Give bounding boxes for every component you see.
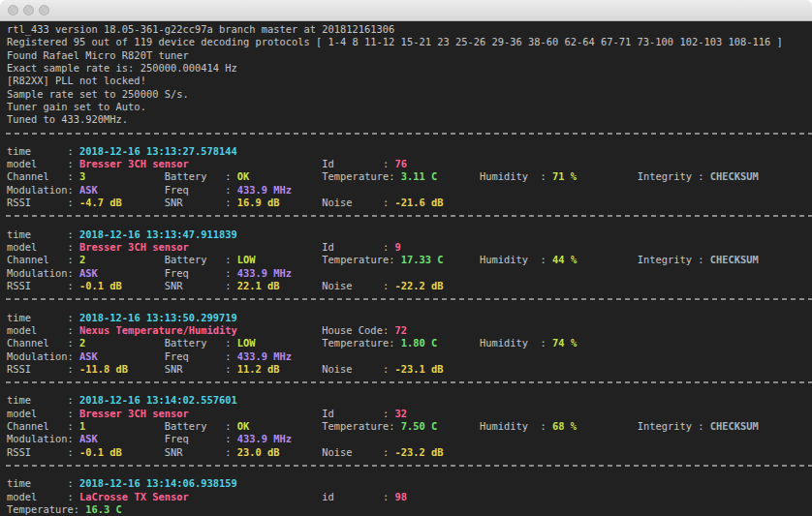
field-label: Channel : xyxy=(7,337,79,349)
zoom-button[interactable] xyxy=(39,5,49,15)
field-value: ASK xyxy=(79,433,98,444)
sensor-record-line: model : Bresser 3CH sensor Id : 9 xyxy=(7,241,812,254)
field-value: LOW xyxy=(237,337,256,349)
field-label: Integrity : xyxy=(638,254,710,265)
field-label: model : xyxy=(7,241,79,253)
field-value: -4.7 dB xyxy=(79,197,122,208)
field-label: model : xyxy=(7,324,79,336)
field-label: Freq : xyxy=(165,267,237,279)
field-value: 433.9 MHz xyxy=(237,350,292,362)
sensor-record-line: model : Nexus Temperature/Humidity House… xyxy=(7,324,812,337)
field-label: Humidity : xyxy=(480,420,552,432)
sensor-record-line: RSSI : -0.1 dB SNR : 22.1 dB Noise : -22… xyxy=(7,280,812,292)
sensor-record-line: time : 2018-12-16 13:13:27.578144 xyxy=(7,145,812,158)
field-value: OK xyxy=(237,420,250,432)
field-value: 71 % xyxy=(552,170,577,182)
title-bar[interactable] xyxy=(0,0,812,21)
field-value: ASK xyxy=(79,350,98,362)
field-value: 433.9 MHz xyxy=(237,267,292,279)
field-value: CHECKSUM xyxy=(710,254,759,265)
sensor-record-line: RSSI : -4.7 dB SNR : 16.9 dB Noise : -21… xyxy=(7,197,812,209)
sensor-record-line: RSSI : -11.8 dB SNR : 11.2 dB Noise : -2… xyxy=(7,363,812,376)
field-value: 23.0 dB xyxy=(237,446,280,458)
field-value: 68 % xyxy=(552,420,577,432)
field-label: Humidity : xyxy=(480,254,552,265)
field-label: SNR : xyxy=(165,197,237,208)
field-value: LOW xyxy=(237,254,256,265)
record-separator xyxy=(7,133,812,145)
field-value: 433.9 MHz xyxy=(237,184,292,196)
field-value: 74 % xyxy=(552,337,577,349)
field-value: CHECKSUM xyxy=(710,170,759,182)
field-value: 2018-12-16 13:13:50.299719 xyxy=(79,312,237,323)
field-label: Modulation: xyxy=(7,433,79,444)
terminal-log-line: Found Rafael Micro R820T tuner xyxy=(7,49,812,62)
field-label: model : xyxy=(7,491,79,502)
field-value: 1.80 C xyxy=(401,337,438,349)
field-value: 2018-12-16 13:13:27.578144 xyxy=(79,145,237,157)
field-label: RSSI : xyxy=(7,446,79,458)
sensor-record-line: Modulation: ASK Freq : 433.9 MHz xyxy=(7,433,812,445)
field-value: LaCrosse TX Sensor xyxy=(79,491,189,502)
field-label: Channel : xyxy=(7,170,79,182)
field-value: ASK xyxy=(79,267,98,279)
sensor-record-line: time : 2018-12-16 13:14:02.557601 xyxy=(7,394,812,407)
field-label: SNR : xyxy=(165,280,237,291)
close-button[interactable] xyxy=(8,5,18,15)
field-label: RSSI : xyxy=(7,197,79,208)
record-separator xyxy=(7,215,812,228)
field-label: Temperature: xyxy=(322,420,400,432)
field-label: SNR : xyxy=(165,363,237,375)
terminal-log-line: Sample rate set to 250000 S/s. xyxy=(7,88,812,101)
field-value: Bresser 3CH sensor xyxy=(79,241,189,253)
field-label: Modulation: xyxy=(7,184,79,196)
terminal-log-line: [R82XX] PLL not locked! xyxy=(7,75,812,87)
field-label: Integrity : xyxy=(638,420,710,432)
sensor-record-line: RSSI : -0.1 dB SNR : 23.0 dB Noise : -23… xyxy=(7,446,812,459)
field-label: time : xyxy=(7,477,79,489)
field-value: 1 xyxy=(79,420,85,432)
field-label: RSSI : xyxy=(7,363,79,375)
field-label: Id : xyxy=(322,241,394,253)
sensor-record-line: Channel : 1 Battery : OK Temperature: 7.… xyxy=(7,420,812,433)
field-label: Freq : xyxy=(165,184,237,196)
sensor-record-line: model : Bresser 3CH sensor Id : 32 xyxy=(7,408,812,420)
field-value: ASK xyxy=(79,184,98,196)
field-label: Temperature: xyxy=(322,337,400,349)
sensor-record-line: Channel : 3 Battery : OK Temperature: 3.… xyxy=(7,170,812,183)
field-value: 2 xyxy=(79,254,85,265)
field-value: -21.6 dB xyxy=(394,197,443,208)
terminal-log-line: rtl_433 version 18.05-361-g22cc97a branc… xyxy=(7,23,812,36)
terminal-body[interactable]: rtl_433 version 18.05-361-g22cc97a branc… xyxy=(0,21,812,516)
terminal-log-line: Registered 95 out of 119 device decoding… xyxy=(7,36,812,48)
field-label: Noise : xyxy=(322,363,394,375)
field-value: Nexus Temperature/Humidity xyxy=(79,324,237,336)
field-label: Temperature: xyxy=(322,254,400,265)
field-label: Freq : xyxy=(165,350,237,362)
field-label: time : xyxy=(7,145,79,157)
field-value: 44 % xyxy=(552,254,577,265)
record-separator xyxy=(7,298,812,311)
minimize-button[interactable] xyxy=(23,5,34,15)
field-label: time : xyxy=(7,228,79,240)
sensor-record-line: time : 2018-12-16 13:13:47.911839 xyxy=(7,228,812,241)
field-value: Bresser 3CH sensor xyxy=(79,408,189,419)
field-value: 2018-12-16 13:14:06.938159 xyxy=(79,477,237,489)
field-label: model : xyxy=(7,158,79,169)
field-value: 76 xyxy=(394,158,407,169)
sensor-record-line: model : LaCrosse TX Sensor id : 98 xyxy=(7,491,812,503)
field-label: Battery : xyxy=(165,254,237,265)
field-value: 22.1 dB xyxy=(237,280,280,291)
field-value: OK xyxy=(237,170,250,182)
sensor-record-line: time : 2018-12-16 13:14:06.938159 xyxy=(7,477,812,490)
field-label: model : xyxy=(7,408,79,419)
field-value: 2 xyxy=(79,337,85,349)
terminal-window: rtl_433 version 18.05-361-g22cc97a branc… xyxy=(0,0,812,516)
field-label: Battery : xyxy=(165,170,237,182)
sensor-record-line: Temperature: 16.3 C xyxy=(7,503,812,516)
field-label: Noise : xyxy=(322,197,394,208)
sensor-record-line: Modulation: ASK Freq : 433.9 MHz xyxy=(7,184,812,197)
field-value: 2018-12-16 13:13:47.911839 xyxy=(79,228,237,240)
field-value: -0.1 dB xyxy=(79,280,122,291)
field-label: SNR : xyxy=(165,446,237,458)
